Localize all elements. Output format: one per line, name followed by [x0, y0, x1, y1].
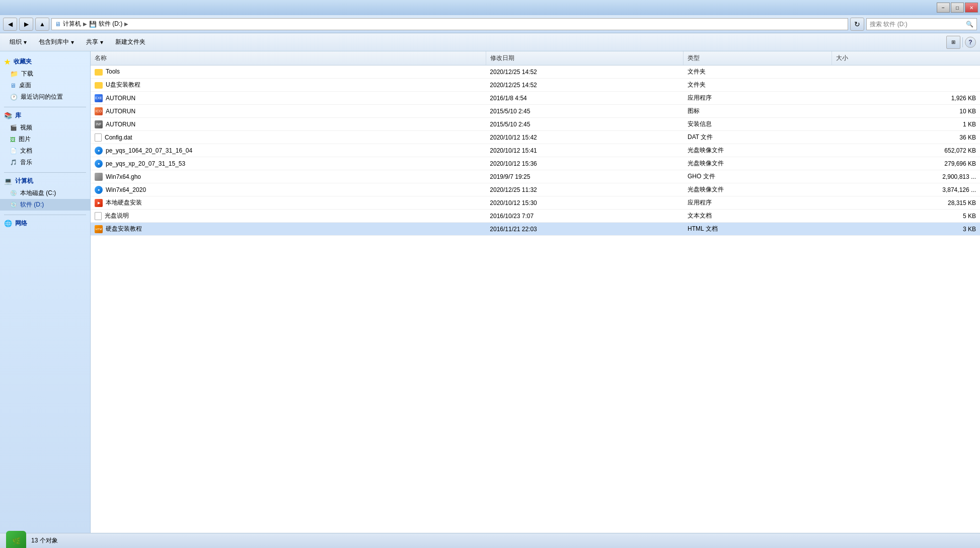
sidebar-item-recent[interactable]: 🕐 最近访问的位置: [0, 91, 90, 103]
sidebar-item-doc[interactable]: 📄 文档: [0, 145, 90, 157]
file-table-header: 名称 修改日期 类型 大小: [91, 51, 980, 65]
up-button[interactable]: ▲: [35, 18, 49, 31]
sidebar-item-drive-d[interactable]: 💿 软件 (D:): [0, 199, 90, 211]
recent-icon: 🕐: [10, 94, 18, 101]
table-row[interactable]: Tools 2020/12/25 14:52 文件夹: [91, 65, 980, 79]
file-name-10: 本地硬盘安装: [106, 198, 142, 207]
file-name-cell-5: Config.dat: [91, 131, 486, 144]
minimize-button[interactable]: −: [937, 3, 950, 13]
download-folder-icon: 📁: [10, 70, 18, 78]
file-name-5: Config.dat: [105, 134, 132, 141]
file-size-8: 2,900,813 ...: [832, 170, 980, 183]
new-folder-button[interactable]: 新建文件夹: [110, 35, 151, 49]
file-type-4: 安装信息: [684, 118, 832, 131]
back-button[interactable]: ◀: [3, 18, 17, 31]
file-modified-7: 2020/10/12 15:36: [486, 157, 684, 170]
file-name-cell-9: ● Win7x64_2020: [91, 183, 486, 196]
computer-header: 💻 计算机: [0, 175, 90, 187]
search-input[interactable]: [870, 21, 964, 28]
sidebar-item-image[interactable]: 🖼 图片: [0, 133, 90, 145]
file-size-9: 3,874,126 ...: [832, 183, 980, 196]
file-modified-11: 2016/10/23 7:07: [486, 210, 684, 223]
file-name-cell-10: ▶ 本地硬盘安装: [91, 196, 486, 210]
maximize-button[interactable]: □: [951, 3, 964, 13]
table-row[interactable]: ▶ 本地硬盘安装 2020/10/12 15:30 应用程序 28,315 KB: [91, 196, 980, 210]
table-row[interactable]: ● pe_yqs_1064_20_07_31_16_04 2020/10/12 …: [91, 144, 980, 157]
table-row[interactable]: U盘安装教程 2020/12/25 14:52 文件夹: [91, 79, 980, 92]
sidebar-divider-1: [4, 107, 86, 107]
file-icon-9: ●: [95, 186, 103, 194]
sidebar-divider-2: [4, 172, 86, 173]
file-type-9: 光盘映像文件: [684, 183, 832, 196]
music-icon: 🎵: [10, 159, 17, 166]
doc-icon: 📄: [10, 148, 17, 154]
video-label: 视频: [20, 123, 32, 132]
toolbar: 组织 ▾ 包含到库中 ▾ 共享 ▾ 新建文件夹 ⊞ ?: [0, 33, 980, 51]
title-bar-buttons: − □ ✕: [937, 3, 978, 13]
star-icon: ★: [4, 58, 11, 66]
file-type-7: 光盘映像文件: [684, 157, 832, 170]
include-library-button[interactable]: 包含到库中 ▾: [33, 35, 80, 49]
close-button[interactable]: ✕: [965, 3, 978, 13]
file-modified-10: 2020/10/12 15:30: [486, 196, 684, 210]
local-c-label: 本地磁盘 (C:): [20, 189, 56, 197]
column-size[interactable]: 大小: [832, 51, 980, 65]
organize-button[interactable]: 组织 ▾: [4, 35, 32, 49]
file-size-7: 279,696 KB: [832, 157, 980, 170]
file-type-8: GHO 文件: [684, 170, 832, 183]
file-icon-12: HTM: [95, 225, 103, 233]
file-size-11: 5 KB: [832, 210, 980, 223]
library-header: 📚 库: [0, 109, 90, 122]
file-name-9: Win7x64_2020: [106, 186, 146, 193]
table-row[interactable]: ICO AUTORUN 2015/5/10 2:45 图标 10 KB: [91, 105, 980, 118]
share-button[interactable]: 共享 ▾: [81, 35, 109, 49]
breadcrumb-drive[interactable]: 软件 (D:): [99, 20, 122, 28]
column-modified[interactable]: 修改日期: [486, 51, 684, 65]
table-row[interactable]: ● pe_yqs_xp_20_07_31_15_53 2020/10/12 15…: [91, 157, 980, 170]
file-icon-5: [95, 133, 102, 142]
file-name-7: pe_yqs_xp_20_07_31_15_53: [106, 160, 185, 167]
sidebar-item-desktop[interactable]: 🖥 桌面: [0, 80, 90, 91]
file-name-cell-2: EXE AUTORUN: [91, 92, 486, 105]
sidebar-item-video[interactable]: 🎬 视频: [0, 122, 90, 133]
local-c-icon: 💿: [10, 190, 17, 196]
file-icon-7: ●: [95, 160, 103, 168]
table-row[interactable]: Config.dat 2020/10/12 15:42 DAT 文件 36 KB: [91, 131, 980, 144]
file-type-5: DAT 文件: [684, 131, 832, 144]
file-icon-8: [95, 173, 103, 181]
help-button[interactable]: ?: [965, 37, 976, 48]
column-type[interactable]: 类型: [684, 51, 832, 65]
file-modified-12: 2016/11/21 22:03: [486, 223, 684, 236]
favorites-section: ★ 收藏夹 📁 下载 🖥 桌面 🕐 最近访问的位置: [0, 55, 90, 103]
search-box[interactable]: 🔍: [866, 18, 977, 30]
file-name-cell-1: U盘安装教程: [91, 79, 486, 92]
video-icon: 🎬: [10, 124, 17, 131]
network-icon: 🌐: [4, 220, 12, 227]
table-row[interactable]: HTM 硬盘安装教程 2016/11/21 22:03 HTML 文档 3 KB: [91, 223, 980, 236]
address-bar: ◀ ▶ ▲ 🖥 计算机 ▶ 💾 软件 (D:) ▶ ↻ 🔍: [0, 15, 980, 33]
sidebar-item-local-c[interactable]: 💿 本地磁盘 (C:): [0, 187, 90, 199]
breadcrumb-computer[interactable]: 计算机: [63, 20, 81, 28]
file-icon-10: ▶: [95, 199, 103, 207]
file-type-10: 应用程序: [684, 196, 832, 210]
table-row[interactable]: INF AUTORUN 2015/5/10 2:45 安装信息 1 KB: [91, 118, 980, 131]
file-table: 名称 修改日期 类型 大小 Tools 2020/12/25 14:52 文件夹…: [91, 51, 980, 236]
forward-button[interactable]: ▶: [19, 18, 33, 31]
column-name[interactable]: 名称: [91, 51, 486, 65]
file-type-11: 文本文档: [684, 210, 832, 223]
sidebar-item-music[interactable]: 🎵 音乐: [0, 157, 90, 168]
network-section: 🌐 网络: [0, 217, 90, 230]
file-name-cell-7: ● pe_yqs_xp_20_07_31_15_53: [91, 157, 486, 170]
table-row[interactable]: Win7x64.gho 2019/9/7 19:25 GHO 文件 2,900,…: [91, 170, 980, 183]
network-header: 🌐 网络: [0, 217, 90, 230]
file-modified-2: 2016/1/8 4:54: [486, 92, 684, 105]
table-row[interactable]: 光盘说明 2016/10/23 7:07 文本文档 5 KB: [91, 210, 980, 223]
view-dropdown-button[interactable]: ⊞: [946, 36, 960, 49]
file-size-12: 3 KB: [832, 223, 980, 236]
breadcrumb[interactable]: 🖥 计算机 ▶ 💾 软件 (D:) ▶: [51, 18, 848, 30]
file-name-cell-0: Tools: [91, 65, 486, 79]
sidebar-item-download[interactable]: 📁 下载: [0, 68, 90, 80]
refresh-button[interactable]: ↻: [850, 18, 864, 31]
table-row[interactable]: ● Win7x64_2020 2020/12/25 11:32 光盘映像文件 3…: [91, 183, 980, 196]
table-row[interactable]: EXE AUTORUN 2016/1/8 4:54 应用程序 1,926 KB: [91, 92, 980, 105]
